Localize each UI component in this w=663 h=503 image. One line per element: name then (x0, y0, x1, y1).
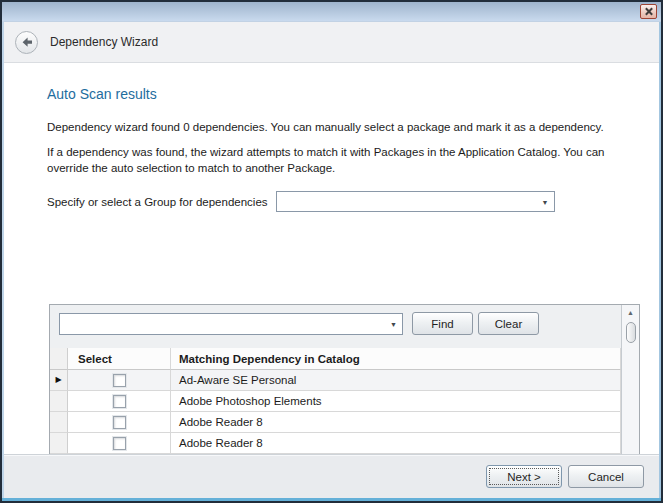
group-combobox[interactable]: ▼ (276, 191, 555, 212)
back-button[interactable] (15, 31, 38, 54)
column-header-select[interactable]: Select (68, 348, 171, 370)
cancel-button[interactable]: Cancel (568, 465, 644, 488)
next-button[interactable]: Next > (486, 465, 562, 488)
dependency-wizard-window: Dependency Wizard Auto Scan results Depe… (0, 0, 663, 503)
row-selector-cell[interactable] (50, 433, 68, 454)
group-combobox-input[interactable] (277, 192, 554, 211)
titlebar (2, 2, 661, 22)
row-checkbox[interactable] (113, 395, 126, 408)
find-button[interactable]: Find (412, 312, 473, 335)
select-cell (68, 370, 171, 391)
current-row-pointer-icon: ▶ (55, 376, 61, 384)
footer-bar: Next > Cancel (2, 454, 661, 501)
table-row[interactable]: ▶ Ad-Aware SE Personal (50, 370, 621, 391)
group-selector-row: Specify or select a Group for dependenci… (47, 191, 661, 212)
window-bottom-accent (2, 498, 661, 501)
row-selector-cell[interactable]: ▶ (50, 370, 68, 391)
table-row[interactable]: Adobe Reader 8 (50, 433, 621, 454)
scroll-up-icon[interactable]: ▲ (622, 305, 639, 320)
description-line-2: If a dependency was found, the wizard at… (47, 144, 635, 177)
description-line-1: Dependency wizard found 0 dependencies. … (47, 119, 635, 136)
back-icon (21, 37, 33, 48)
dependency-name: Adobe Reader 8 (171, 433, 621, 454)
group-label: Specify or select a Group for dependenci… (47, 196, 268, 208)
dependency-name: Adobe Reader 8 (171, 412, 621, 433)
close-icon (645, 8, 652, 15)
content-area: Auto Scan results Dependency wizard foun… (2, 86, 661, 480)
column-header-matching-dependency[interactable]: Matching Dependency in Catalog (171, 348, 621, 370)
row-selector-cell[interactable] (50, 391, 68, 412)
wizard-header: Dependency Wizard (2, 22, 661, 63)
table-row[interactable]: Adobe Photoshop Elements (50, 391, 621, 412)
row-checkbox[interactable] (113, 374, 126, 387)
dependency-name: Adobe Photoshop Elements (171, 391, 621, 412)
select-cell (68, 412, 171, 433)
search-combobox-input[interactable] (60, 314, 402, 334)
wizard-title: Dependency Wizard (50, 35, 158, 49)
row-checkbox[interactable] (113, 437, 126, 450)
close-button[interactable] (640, 4, 657, 19)
table-row[interactable]: Adobe Reader 8 (50, 412, 621, 433)
select-cell (68, 391, 171, 412)
dependency-name: Ad-Aware SE Personal (171, 370, 621, 391)
row-checkbox[interactable] (113, 416, 126, 429)
window-right-accent (659, 22, 661, 501)
search-combobox[interactable]: ▼ (59, 313, 403, 335)
grid-corner-cell (50, 348, 68, 370)
clear-button[interactable]: Clear (478, 312, 539, 335)
grid-header-row: Select Matching Dependency in Catalog (50, 348, 621, 370)
select-cell (68, 433, 171, 454)
page-title: Auto Scan results (47, 86, 661, 102)
window-left-accent (2, 22, 4, 501)
scrollbar-thumb[interactable] (626, 322, 636, 343)
search-row: ▼ Find Clear (50, 305, 621, 341)
row-selector-cell[interactable] (50, 412, 68, 433)
